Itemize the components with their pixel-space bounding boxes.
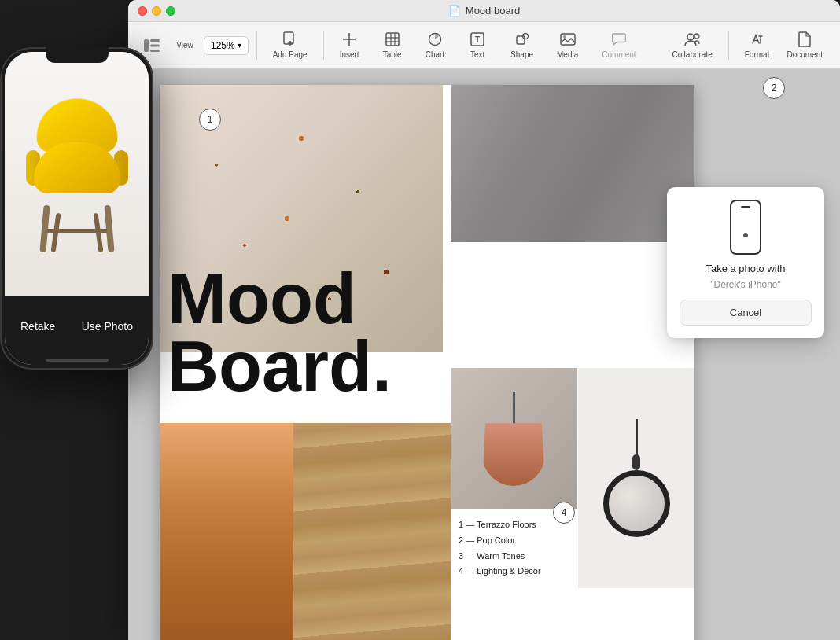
toolbar-group-media: Media [546, 27, 589, 64]
canvas-area[interactable]: Mood Board. [128, 69, 840, 640]
mood-line2: Board. [168, 333, 514, 401]
window-title: 📄 Mood board [448, 5, 520, 17]
document-button[interactable]: Document [779, 27, 831, 64]
zoom-value: 125% [211, 40, 235, 51]
toolbar-group-addpage: Add Page [262, 27, 319, 64]
list-item-2-text: 2 — Pop Color [459, 533, 515, 549]
items-list: 1 — Terrazzo Floors 2 — Pop Color 3 — Wa… [451, 509, 577, 640]
title-bar: 📄 Mood board [128, 0, 840, 22]
popup-title: Take a photo with [680, 263, 812, 276]
minimize-button[interactable] [152, 6, 161, 16]
mood-grid: Mood Board. [160, 85, 694, 640]
iphone-device: Retake Use Photo [0, 47, 157, 640]
shape-label: Shape [510, 50, 533, 59]
list-item-1: 1 — Terrazzo Floors [459, 517, 569, 533]
list-item-3: 3 — Warm Tones [459, 549, 569, 565]
comment-label: Comment [602, 50, 636, 59]
page-badge-2-text: 2 [772, 83, 777, 94]
svg-rect-19 [561, 34, 575, 45]
lower-right-section: 1 — Terrazzo Floors 2 — Pop Color 3 — Wa… [451, 368, 694, 640]
list-item-4-text: 4 — Lighting & Decor [459, 564, 541, 579]
svg-point-21 [687, 34, 694, 40]
iphone-notch [46, 47, 109, 63]
svg-rect-9 [386, 33, 399, 46]
svg-point-22 [694, 34, 699, 39]
chair-leg-back-left [50, 213, 61, 252]
text-button[interactable]: T Text [460, 27, 495, 64]
use-photo-button[interactable]: Use Photo [82, 320, 133, 333]
view-button[interactable]: View [168, 36, 202, 54]
sofa-texture [160, 423, 293, 640]
add-page-label: Add Page [273, 50, 308, 59]
concrete-image [451, 85, 694, 242]
iphone-frame: Retake Use Photo [0, 47, 153, 370]
mood-line1: Mood [168, 266, 514, 333]
table-icon [385, 31, 400, 47]
add-page-button[interactable]: Add Page [265, 27, 315, 64]
toolbar-group-table: Table [372, 27, 413, 64]
maximize-button[interactable] [166, 6, 175, 16]
media-label: Media [557, 50, 578, 59]
iphone-home-indicator [46, 359, 109, 362]
page-badge-1-text: 1 [208, 114, 213, 125]
text-label: Text [470, 50, 484, 59]
iphone-controls-bar: Retake Use Photo [5, 296, 149, 365]
page-badge-4-text: 4 [562, 507, 567, 518]
svg-point-20 [563, 35, 566, 39]
chart-icon [427, 31, 443, 47]
view-label: View [176, 41, 193, 50]
svg-rect-2 [150, 44, 160, 46]
phone-icon [730, 200, 761, 255]
insert-label: Insert [340, 50, 359, 59]
comment-button[interactable]: Comment [594, 27, 643, 64]
list-item-4: 4 — Lighting & Decor [459, 564, 569, 579]
collaborate-button[interactable]: Collaborate [665, 27, 720, 64]
page-badge-1: 1 [199, 109, 221, 131]
chair-leg-back-right [93, 213, 103, 252]
chart-button[interactable]: Chart [418, 27, 452, 64]
zoom-control[interactable]: 125% ▾ [204, 36, 249, 55]
insert-icon [341, 31, 357, 47]
list-item-3-text: 3 — Warm Tones [459, 549, 525, 565]
chair-photo-area [5, 52, 149, 296]
toolbar-group-shape: Shape [499, 27, 544, 64]
media-icon [560, 31, 576, 47]
mirror-container [578, 368, 694, 588]
traffic-lights [138, 6, 175, 16]
sofa-image [160, 423, 293, 640]
doc-icon: 📄 [448, 5, 461, 17]
toolbar: View 125% ▾ Add Page [128, 22, 840, 69]
svg-rect-1 [150, 39, 160, 42]
retake-button[interactable]: Retake [20, 320, 55, 333]
format-button[interactable]: Format [737, 27, 778, 64]
toolbar-separator-1 [256, 31, 257, 60]
toolbar-group-collaborate: Collaborate [661, 27, 724, 64]
table-label: Table [383, 50, 402, 59]
list-item-2: 2 — Pop Color [459, 533, 569, 549]
popup-cancel-button[interactable]: Cancel [680, 300, 812, 326]
list-item-1-text: 1 — Terrazzo Floors [459, 517, 536, 533]
zoom-chevron-icon: ▾ [238, 41, 241, 50]
chair-visual [22, 95, 132, 252]
collaborate-icon [684, 31, 700, 47]
iphone-screen: Retake Use Photo [5, 52, 149, 365]
text-icon: T [470, 31, 485, 47]
toolbar-group-insert: Insert [329, 27, 370, 64]
shape-button[interactable]: Shape [503, 27, 541, 64]
pages-document: Mood Board. [160, 85, 694, 640]
popup-subtitle: "Derek's iPhone" [680, 279, 812, 290]
close-button[interactable] [138, 6, 147, 16]
media-button[interactable]: Media [549, 27, 586, 64]
document-icon [797, 31, 812, 47]
window-title-text: Mood board [466, 5, 520, 17]
toolbar-group-chart: Chart [414, 27, 455, 64]
insert-button[interactable]: Insert [332, 27, 367, 64]
toolbar-group-text: T Text [457, 27, 498, 64]
toolbar-separator-3 [728, 31, 729, 60]
svg-rect-4 [284, 32, 293, 44]
comment-icon [611, 31, 627, 47]
mirror-image [578, 368, 694, 588]
toolbar-separator-2 [323, 31, 324, 60]
document-label: Document [787, 50, 823, 59]
table-button[interactable]: Table [375, 27, 410, 64]
